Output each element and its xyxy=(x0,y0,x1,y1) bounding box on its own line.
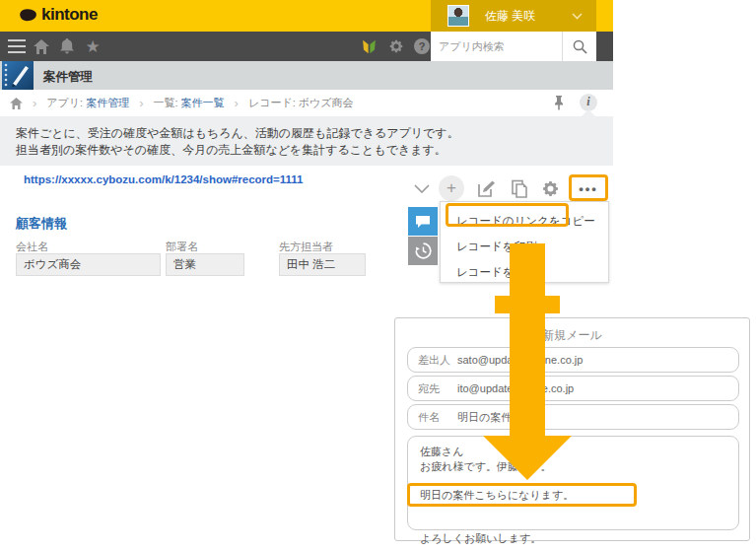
email-subject-label: 件名 xyxy=(418,410,457,425)
breadcrumb-separator: › xyxy=(139,96,143,110)
down-arrow-head xyxy=(483,436,572,480)
app-description-line2: 担当者別の案件数やその確度、今月の売上金額などを集計することもできます。 xyxy=(16,142,597,159)
comment-bubble-icon xyxy=(415,215,431,229)
email-to-label: 宛先 xyxy=(418,381,457,396)
field-label-contact: 先方担当者 xyxy=(279,240,333,254)
hamburger-menu-icon[interactable] xyxy=(4,32,30,61)
app-header: kintone 佐藤 美咲 xyxy=(0,0,613,32)
breadcrumb-separator: › xyxy=(33,96,36,110)
email-subject-field[interactable]: 件名 明日の案件 xyxy=(407,404,739,430)
section-title: 顧客情報 xyxy=(16,215,67,233)
settings-gear-icon[interactable] xyxy=(384,32,408,61)
down-arrow-shaft xyxy=(510,243,545,437)
app-title-bar: 案件管理 xyxy=(0,61,613,90)
search-icon xyxy=(573,39,587,54)
record-settings-gear-icon[interactable] xyxy=(537,175,563,201)
favorites-star-icon[interactable]: ★ xyxy=(81,32,104,61)
ellipsis-icon: ••• xyxy=(579,181,598,196)
email-compose-panel: 新規メール 差出人 sato@updatekintone.co.jp 宛先 it… xyxy=(394,317,750,541)
kintone-logo[interactable]: kintone xyxy=(18,5,98,25)
email-from-label: 差出人 xyxy=(418,353,457,368)
user-menu[interactable]: 佐藤 美咲 xyxy=(431,0,596,32)
notifications-bell-icon[interactable] xyxy=(55,32,79,61)
kintone-logo-icon xyxy=(18,8,37,23)
beginner-mark-icon[interactable] xyxy=(357,32,380,61)
search-input[interactable] xyxy=(431,32,562,61)
app-title: 案件管理 xyxy=(43,69,93,86)
breadcrumb: › アプリ: 案件管理 › 一覧: 案件一覧 › レコード: ボウズ商会 xyxy=(0,90,613,116)
search-button[interactable] xyxy=(562,32,596,61)
down-arrow-crossbar xyxy=(495,296,560,313)
comments-toggle-button[interactable] xyxy=(408,207,438,236)
email-body-line4: よろしくお願いします。 xyxy=(420,531,738,546)
user-avatar xyxy=(447,5,469,27)
email-subject-value: 明日の案件 xyxy=(457,410,512,425)
more-options-button[interactable]: ••• xyxy=(574,175,603,201)
collapse-chevron-icon[interactable] xyxy=(409,175,435,201)
email-body-line3: 明日の案件こちらになります。 xyxy=(420,488,738,503)
breadcrumb-list-prefix: 一覧: xyxy=(154,96,178,110)
app-icon xyxy=(2,61,34,90)
field-value-department: 営業 xyxy=(166,253,244,276)
breadcrumb-home-icon[interactable] xyxy=(10,98,23,109)
email-title: 新規メール xyxy=(395,327,749,344)
breadcrumb-record-prefix: レコード: xyxy=(248,96,296,110)
field-value-contact: 田中 浩二 xyxy=(279,253,366,276)
chevron-down-icon xyxy=(572,13,583,20)
record-url-link[interactable]: https://xxxxx.cybozu.com/k/1234/show#rec… xyxy=(24,173,304,185)
copy-record-button[interactable] xyxy=(507,175,532,201)
menu-item-copy-record-link[interactable]: レコードのリンクをコピー xyxy=(456,214,595,229)
breadcrumb-separator: › xyxy=(235,96,239,110)
breadcrumb-app-prefix: アプリ: xyxy=(46,96,83,110)
email-body-line2: お疲れ様です。伊藤です。 xyxy=(420,459,738,474)
description-notch xyxy=(582,109,595,116)
kintone-logo-text: kintone xyxy=(41,5,98,25)
email-body-line1: 佐藤さん xyxy=(420,445,738,459)
breadcrumb-record-label: ボウズ商会 xyxy=(299,96,354,110)
pin-icon[interactable] xyxy=(552,95,566,110)
screenshot-canvas: kintone 佐藤 美咲 ★ xyxy=(0,0,756,551)
field-value-company: ボウズ商会 xyxy=(16,253,161,276)
history-clock-icon xyxy=(415,242,432,259)
field-label-company: 会社名 xyxy=(16,240,48,254)
plus-icon: + xyxy=(447,178,456,198)
field-label-department: 部署名 xyxy=(166,240,198,254)
home-icon[interactable] xyxy=(30,32,53,61)
app-description: 案件ごとに、受注の確度や金額はもちろん、活動の履歴も記録できるアプリです。 担当… xyxy=(0,116,613,166)
edit-record-button[interactable] xyxy=(473,175,499,201)
breadcrumb-app-link[interactable]: 案件管理 xyxy=(86,96,129,110)
add-record-button[interactable]: + xyxy=(439,175,464,201)
user-name: 佐藤 美咲 xyxy=(485,8,535,25)
email-to-field[interactable]: 宛先 ito@updatekintone.co.jp xyxy=(407,376,739,401)
app-description-line1: 案件ごとに、受注の確度や金額はもちろん、活動の履歴も記録できるアプリです。 xyxy=(16,125,597,142)
breadcrumb-list-link[interactable]: 案件一覧 xyxy=(181,96,225,110)
email-body-field[interactable]: 佐藤さん お疲れ様です。伊藤です。 明日の案件こちらになります。 よろしくお願い… xyxy=(407,436,739,530)
email-from-field[interactable]: 差出人 sato@updatekintone.co.jp xyxy=(407,347,739,373)
history-toggle-button[interactable] xyxy=(408,237,438,265)
